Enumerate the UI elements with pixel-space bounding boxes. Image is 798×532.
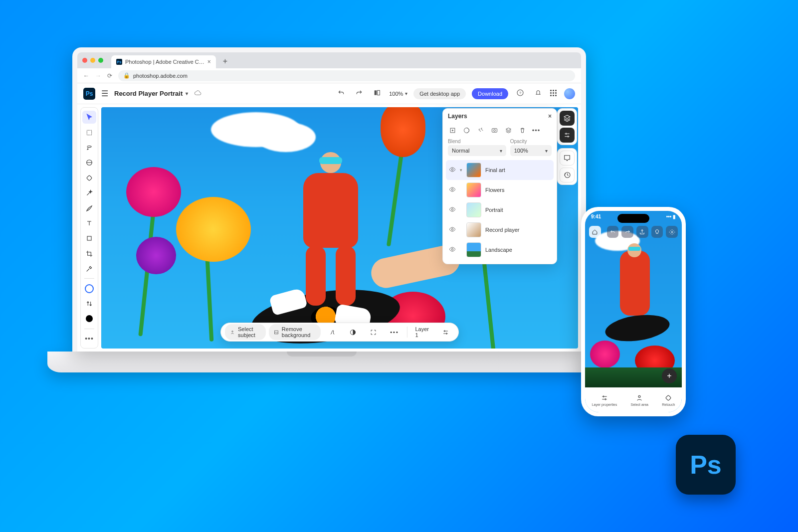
visibility-toggle-icon[interactable] [449,186,456,194]
phone-status-icons: ••• ▮ [666,214,676,219]
menu-button[interactable]: ☰ [101,89,108,98]
magic-tool[interactable] [82,186,96,199]
heal-tool[interactable] [82,172,96,184]
fill-color-swatch[interactable] [82,312,96,325]
swap-colors-icon[interactable] [82,297,96,310]
redo-button[interactable] [621,226,633,238]
panel-group [557,108,577,145]
layer-row[interactable]: ▾ Portrait [446,200,554,220]
visibility-toggle-icon[interactable] [449,246,456,254]
reload-button[interactable]: ⟳ [107,72,112,79]
panel-title: Layers [448,113,467,120]
visibility-toggle-icon[interactable] [449,166,456,174]
close-tab-icon[interactable]: × [207,58,211,65]
document-title[interactable]: Record Player Portrait ▾ [114,90,188,97]
move-tool[interactable] [82,111,96,124]
close-window-icon[interactable] [82,58,87,63]
marquee-tool[interactable] [82,126,96,139]
adjustments-panel-toggle[interactable] [560,128,575,143]
share-button[interactable] [636,226,648,238]
layers-panel-toggle[interactable] [560,111,575,126]
minimize-window-icon[interactable] [90,58,95,63]
svg-rect-7 [87,236,91,240]
adjustments-icon[interactable] [344,327,362,338]
layers-panel: Layers × ••• Blend [442,108,557,264]
layer-name: Record player [485,227,519,233]
retouch-tab[interactable]: Retouch [662,394,675,406]
mask-icon[interactable] [490,126,499,135]
adjustment-layer-icon[interactable] [462,126,471,135]
compare-icon[interactable] [371,87,383,100]
layer-row[interactable]: ▾ Final art [446,160,554,180]
add-layer-icon[interactable] [448,126,457,135]
zoom-dropdown[interactable]: 100% ▾ [389,91,407,97]
generative-fill-icon[interactable] [324,327,341,338]
svg-point-15 [493,129,495,131]
close-panel-icon[interactable]: × [548,113,552,120]
tab-label: Layer properties [592,403,617,406]
forward-button[interactable]: → [95,72,101,79]
layer-effects-icon[interactable] [476,126,485,135]
favicon-icon: Ps [116,59,122,65]
visibility-toggle-icon[interactable] [449,206,456,214]
brush-tool[interactable] [82,201,96,214]
chevron-down-icon: ▾ [460,168,462,173]
redo-button[interactable] [353,87,365,100]
maximize-window-icon[interactable] [98,58,103,63]
history-panel-toggle[interactable] [560,168,575,182]
more-actions-button[interactable]: ••• [385,327,404,337]
shape-tool[interactable] [82,232,96,245]
add-button[interactable]: + [662,368,677,383]
notifications-icon[interactable] [532,87,544,100]
user-avatar[interactable] [564,88,575,99]
lasso-tool[interactable] [82,141,96,154]
comments-panel-toggle[interactable] [560,151,575,166]
more-layer-options-icon[interactable]: ••• [532,126,541,135]
opacity-value: 100% [514,148,528,154]
artwork-flower [126,167,181,217]
tab-label: Select area [631,403,648,406]
delete-layer-icon[interactable] [518,126,527,135]
crop-tool[interactable] [82,247,96,260]
select-area-tab[interactable]: Select area [631,394,648,406]
layer-row[interactable]: ▾ Record player [446,220,554,240]
layer-row[interactable]: ▾ Landscape [446,240,554,260]
artwork-person [291,152,371,302]
browser-window: Ps Photoshop | Adobe Creative C… × + ← →… [77,52,581,352]
eyedropper-tool[interactable] [82,262,96,275]
layer-properties-icon[interactable] [437,327,454,338]
more-tools-button[interactable]: ••• [82,332,96,345]
back-button[interactable]: ← [83,72,89,79]
tips-button[interactable] [651,226,663,238]
undo-button[interactable] [607,226,619,238]
svg-rect-4 [87,130,91,135]
cloud-status-icon[interactable] [194,89,201,98]
undo-button[interactable] [335,87,347,100]
download-button[interactable]: Download [472,88,508,99]
adjust-tool[interactable] [82,156,96,169]
transform-icon[interactable] [365,327,382,338]
app-logo-icon[interactable]: Ps [83,88,95,100]
get-desktop-app-button[interactable]: Get desktop app [413,88,466,99]
svg-rect-0 [375,90,377,95]
opacity-dropdown[interactable]: 100%▾ [510,145,552,156]
visibility-toggle-icon[interactable] [449,226,456,234]
new-tab-button[interactable]: + [223,57,227,66]
stroke-color-swatch[interactable] [82,282,96,295]
active-layer-label[interactable]: Layer 1 [410,324,434,340]
home-button[interactable] [589,226,601,238]
type-tool[interactable] [82,217,96,230]
layer-properties-tab[interactable]: Layer properties [592,394,617,406]
browser-tab[interactable]: Ps Photoshop | Adobe Creative C… × [111,55,216,68]
layer-row[interactable]: ▾ Flowers [446,180,554,200]
blend-mode-dropdown[interactable]: Normal▾ [448,145,506,156]
select-subject-button[interactable]: Select subject [225,324,266,340]
app-switcher-icon[interactable] [550,90,558,98]
remove-background-button[interactable]: Remove background [269,324,321,340]
artwork-record [603,311,671,345]
group-layers-icon[interactable] [504,126,513,135]
settings-button[interactable] [666,226,678,238]
address-bar[interactable]: 🔒 photoshop.adobe.com [118,70,575,81]
browser-toolbar: ← → ⟳ 🔒 photoshop.adobe.com [77,68,581,83]
help-icon[interactable]: ? [514,87,526,100]
